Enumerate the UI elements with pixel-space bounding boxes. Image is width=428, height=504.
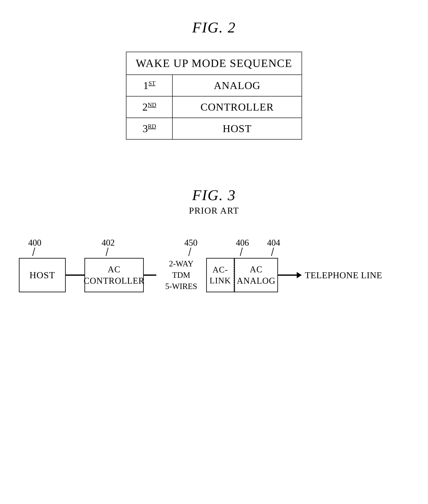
fig3-title: FIG. 3 <box>192 186 236 204</box>
row2-value: CONTROLLER <box>173 96 302 118</box>
ref-402: 402 <box>102 238 115 256</box>
fig3-subtitle: PRIOR ART <box>189 205 239 216</box>
block-diagram: 400 402 450 406 <box>19 238 409 292</box>
ref-400-label: 400 <box>28 238 41 248</box>
ac-link-block: AC-LINK <box>206 258 234 292</box>
ac-controller-block: ACCONTROLLER <box>84 258 144 292</box>
ref-404-label: 404 <box>267 238 280 248</box>
row3-sup: RD <box>148 123 156 130</box>
ref-400: 400 <box>28 238 41 256</box>
row2-ordinal: 2ND <box>126 96 172 118</box>
ref-450-label: 450 <box>184 238 198 248</box>
row1-value: ANALOG <box>173 75 302 96</box>
ref-402-tick <box>106 248 108 256</box>
table-header: WAKE UP MODE SEQUENCE <box>126 52 302 75</box>
blocks-row: HOST ACCONTROLLER 2-WAYTDM5-WIRES AC-LIN… <box>19 258 409 292</box>
ref-406-label: 406 <box>236 238 249 248</box>
refs-container: 400 402 450 406 <box>19 238 409 258</box>
row3-ordinal: 3RD <box>126 118 172 140</box>
fig3-section: FIG. 3 PRIOR ART 400 402 450 <box>0 186 428 292</box>
ref-400-tick <box>32 248 35 256</box>
wake-up-table: WAKE UP MODE SEQUENCE 1ST ANALOG 2ND CON… <box>126 52 302 140</box>
page-container: FIG. 2 WAKE UP MODE SEQUENCE 1ST ANALOG … <box>0 0 428 504</box>
table-row: 3RD HOST <box>126 118 302 140</box>
ref-450: 450 <box>184 238 198 256</box>
ref-406: 406 <box>236 238 249 256</box>
line-host-to-controller <box>66 274 84 276</box>
arrow-telephone: TELEPHONE LINE <box>278 270 382 281</box>
ref-406-tick <box>240 248 243 256</box>
row2-sup: ND <box>148 101 156 108</box>
arrowhead-telephone <box>297 272 302 278</box>
table-row: 1ST ANALOG <box>126 75 302 96</box>
line-controller-to-twoway <box>144 274 156 276</box>
ref-404: 404 <box>267 238 280 256</box>
row3-value: HOST <box>173 118 302 140</box>
telephone-label: TELEPHONE LINE <box>305 270 382 281</box>
table-row: 2ND CONTROLLER <box>126 96 302 118</box>
line-to-telephone <box>278 274 297 276</box>
ac-analog-block: ACANALOG <box>234 258 278 292</box>
ref-404-tick <box>271 248 274 256</box>
ref-402-label: 402 <box>102 238 115 248</box>
row1-ordinal: 1ST <box>126 75 172 96</box>
host-block: HOST <box>19 258 66 292</box>
ref-450-tick <box>188 248 191 256</box>
twoway-label: 2-WAYTDM5-WIRES <box>156 258 206 292</box>
row1-sup: ST <box>148 80 155 86</box>
fig2-title: FIG. 2 <box>192 19 236 36</box>
